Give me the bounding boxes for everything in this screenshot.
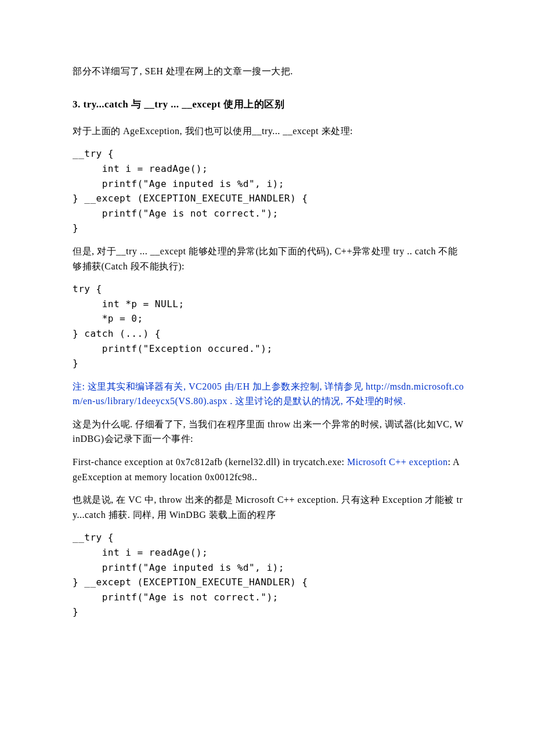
- first-chance-prefix: First-chance exception at 0x7c812afb (ke…: [73, 457, 347, 467]
- code-block-1: __try { int i = readAge(); printf("Age i…: [73, 146, 464, 236]
- first-chance-line: First-chance exception at 0x7c812afb (ke…: [73, 455, 464, 484]
- document-page: 部分不详细写了, SEH 处理在网上的文章一搜一大把. 3. try...cat…: [0, 0, 534, 756]
- code-block-3: __try { int i = readAge(); printf("Age i…: [73, 530, 464, 620]
- section-heading: 3. try...catch 与 __try ... __except 使用上的…: [73, 96, 464, 112]
- ms-cpp-exception-link[interactable]: Microsoft C++ exception: [347, 457, 448, 467]
- paragraph-age: 对于上面的 AgeException, 我们也可以使用__try... __ex…: [73, 124, 464, 139]
- paragraph-why: 这是为什么呢. 仔细看了下, 当我们在程序里面 throw 出来一个异常的时候,…: [73, 417, 464, 447]
- note-paragraph: 注: 这里其实和编译器有关, VC2005 由/EH 加上参数来控制, 详情参见…: [73, 379, 464, 409]
- code-block-2: try { int *p = NULL; *p = 0; } catch (..…: [73, 282, 464, 371]
- paragraph-but: 但是, 对于__try ... __except 能够处理的异常(比如下面的代码…: [73, 244, 464, 273]
- paragraph-that: 也就是说, 在 VC 中, throw 出来的都是 Microsoft C++ …: [73, 492, 464, 522]
- paragraph-intro: 部分不详细写了, SEH 处理在网上的文章一搜一大把.: [73, 64, 464, 79]
